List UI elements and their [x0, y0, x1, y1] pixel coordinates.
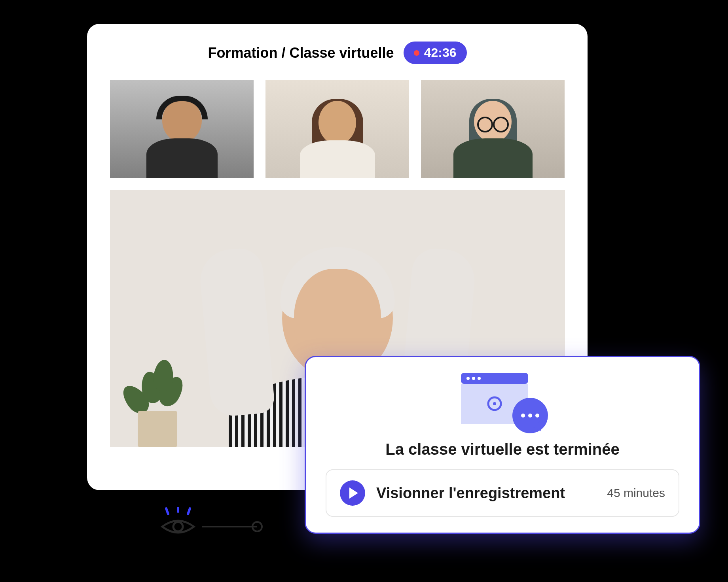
watch-recording-button[interactable]: Visionner l'enregistrement 45 minutes [326, 469, 679, 517]
svg-point-2 [173, 522, 183, 531]
participant-tile[interactable] [265, 80, 409, 178]
participant-tile[interactable] [421, 80, 565, 178]
plant-decoration [122, 352, 193, 447]
breadcrumb: Formation / Classe virtuelle [208, 45, 394, 61]
svg-point-9 [478, 377, 481, 380]
participant-avatar [300, 101, 375, 178]
participant-avatar [453, 101, 533, 178]
completion-title: La classe virtuelle est terminée [385, 440, 619, 458]
participant-thumbnails-row [110, 80, 565, 178]
svg-point-13 [493, 402, 496, 405]
timer-value: 42:36 [424, 45, 457, 60]
eye-decoration-icon [154, 507, 265, 546]
play-icon [340, 480, 365, 506]
svg-line-3 [166, 508, 168, 514]
recording-duration: 45 minutes [607, 486, 665, 500]
recording-timer-badge: 42:36 [404, 42, 467, 64]
participant-tile[interactable] [110, 80, 254, 178]
svg-rect-6 [461, 373, 528, 384]
chat-bubble-icon [512, 398, 548, 433]
svg-point-7 [466, 377, 470, 380]
header: Formation / Classe virtuelle 42:36 [110, 42, 565, 64]
watch-recording-label: Visionner l'enregistrement [376, 485, 596, 502]
participant-avatar [146, 99, 218, 178]
record-dot-icon [414, 50, 419, 56]
completion-card: La classe virtuelle est terminée Visionn… [305, 356, 700, 534]
svg-line-5 [188, 508, 190, 514]
svg-point-8 [472, 377, 475, 380]
completion-illustration [461, 373, 544, 429]
